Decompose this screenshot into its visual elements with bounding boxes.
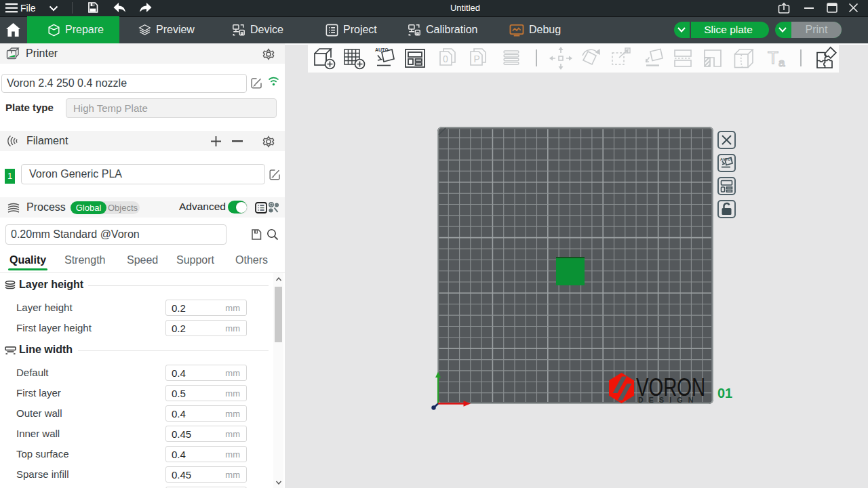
svg-text:AUTO: AUTO (720, 157, 731, 161)
svg-text:P: P (474, 54, 480, 64)
svg-text:T: T (768, 47, 778, 68)
svg-text:0: 0 (443, 54, 448, 64)
svg-text:DESIGN: DESIGN (638, 396, 698, 404)
svg-text:a: a (778, 56, 785, 69)
svg-text:AUTO: AUTO (375, 47, 389, 52)
